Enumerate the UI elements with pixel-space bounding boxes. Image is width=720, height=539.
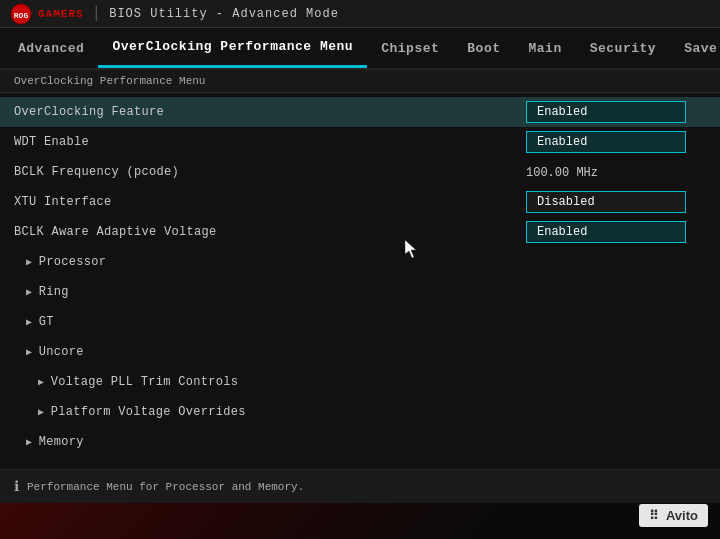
row-platform-voltage[interactable]: Platform Voltage Overrides (0, 397, 720, 427)
header-gamers-label: GAMERS (38, 8, 84, 20)
row-xtu-interface[interactable]: XTU Interface Disabled (0, 187, 720, 217)
label-overclocking-feature: OverClocking Feature (14, 105, 526, 119)
value-overclocking-feature[interactable]: Enabled (526, 101, 706, 123)
label-gt: GT (26, 315, 706, 329)
label-memory: Memory (26, 435, 706, 449)
tab-main[interactable]: Main (515, 28, 576, 68)
value-box-wdt-enable[interactable]: Enabled (526, 131, 686, 153)
info-icon: ℹ (14, 478, 19, 495)
tab-save-exit[interactable]: Save & Exit (670, 28, 720, 68)
row-ring[interactable]: Ring (0, 277, 720, 307)
row-voltage-pll[interactable]: Voltage PLL Trim Controls (0, 367, 720, 397)
svg-text:ROG: ROG (14, 11, 29, 20)
row-gt[interactable]: GT (0, 307, 720, 337)
settings-content: OverClocking Feature Enabled WDT Enable … (0, 93, 720, 503)
row-uncore[interactable]: Uncore (0, 337, 720, 367)
label-bclk-frequency: BCLK Frequency (pcode) (14, 165, 526, 179)
info-bar: ℹ Performance Menu for Processor and Mem… (0, 469, 720, 503)
nav-tabs: Advanced OverClocking Performance Menu C… (0, 28, 720, 70)
row-processor[interactable]: Processor (0, 247, 720, 277)
avito-label: Avito (666, 508, 698, 523)
header-bar: ROG GAMERS | BIOS Utility - Advanced Mod… (0, 0, 720, 28)
value-wdt-enable[interactable]: Enabled (526, 131, 706, 153)
row-bclk-frequency[interactable]: BCLK Frequency (pcode) 100.00 MHz (0, 157, 720, 187)
bios-logo: ROG GAMERS (10, 3, 84, 25)
label-platform-voltage: Platform Voltage Overrides (38, 405, 706, 419)
value-box-overclocking-feature[interactable]: Enabled (526, 101, 686, 123)
row-wdt-enable[interactable]: WDT Enable Enabled (0, 127, 720, 157)
tab-security[interactable]: Security (576, 28, 670, 68)
row-memory[interactable]: Memory (0, 427, 720, 457)
info-text: Performance Menu for Processor and Memor… (27, 481, 304, 493)
settings-table: OverClocking Feature Enabled WDT Enable … (0, 93, 720, 461)
value-box-xtu[interactable]: Disabled (526, 191, 686, 213)
tab-overclocking[interactable]: OverClocking Performance Menu (98, 28, 367, 68)
breadcrumb: OverClocking Performance Menu (0, 70, 720, 93)
value-box-bclk-aware[interactable]: Enabled (526, 221, 686, 243)
label-xtu-interface: XTU Interface (14, 195, 526, 209)
label-ring: Ring (26, 285, 706, 299)
label-processor: Processor (26, 255, 706, 269)
label-bclk-aware: BCLK Aware Adaptive Voltage (14, 225, 526, 239)
value-bclk-aware[interactable]: Enabled (526, 221, 706, 243)
bios-title: BIOS Utility - Advanced Mode (109, 7, 339, 21)
avito-watermark: ⠿ Avito (639, 504, 708, 527)
tab-advanced[interactable]: Advanced (4, 28, 98, 68)
avito-logo-dots: ⠿ (649, 508, 659, 523)
row-bclk-aware[interactable]: BCLK Aware Adaptive Voltage Enabled (0, 217, 720, 247)
label-uncore: Uncore (26, 345, 706, 359)
row-overclocking-feature[interactable]: OverClocking Feature Enabled (0, 97, 720, 127)
value-plain-bclk: 100.00 MHz (526, 166, 598, 180)
label-wdt-enable: WDT Enable (14, 135, 526, 149)
label-voltage-pll: Voltage PLL Trim Controls (38, 375, 706, 389)
tab-chipset[interactable]: Chipset (367, 28, 453, 68)
value-bclk-frequency: 100.00 MHz (526, 163, 706, 181)
rog-logo-icon: ROG (10, 3, 32, 25)
tab-boot[interactable]: Boot (453, 28, 514, 68)
value-xtu-interface[interactable]: Disabled (526, 191, 706, 213)
